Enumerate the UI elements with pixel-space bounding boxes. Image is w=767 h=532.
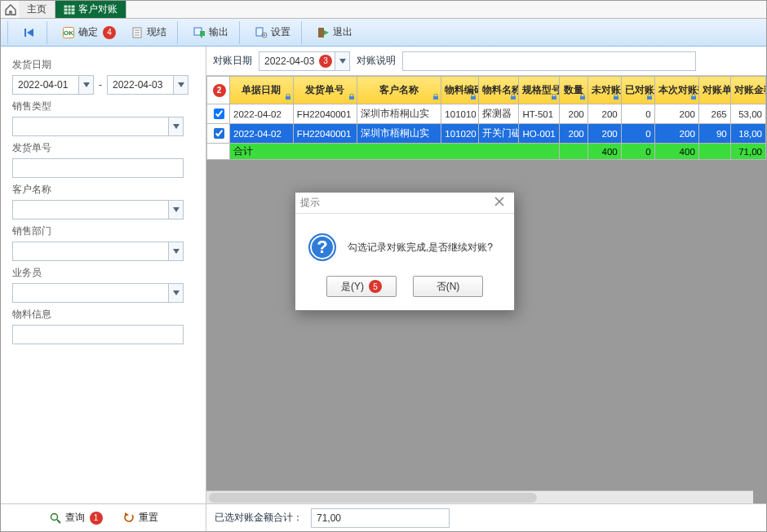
dept-select[interactable]	[12, 242, 184, 261]
col-unrec[interactable]: 未对账数	[587, 77, 621, 104]
table-row[interactable]: 2022-04-02 FH22040001 深圳市梧桐山实 101010 探测器…	[207, 104, 766, 124]
chevron-down-icon	[168, 284, 183, 302]
material-input[interactable]	[12, 325, 184, 344]
svg-text:OK: OK	[64, 29, 73, 37]
svg-rect-0	[64, 5, 75, 15]
tab-active-label: 客户对账	[78, 2, 117, 16]
total-value-field[interactable]: 71,00	[311, 508, 450, 528]
query-label: 查询	[65, 511, 85, 525]
ship-date-label: 发货日期	[12, 58, 194, 72]
col-rec[interactable]: 已对账数	[621, 77, 654, 104]
sale-type-select[interactable]	[12, 117, 184, 136]
lock-icon	[432, 92, 439, 102]
svg-rect-33	[471, 96, 476, 100]
col-amount[interactable]: 对账金额	[730, 77, 765, 104]
table-row[interactable]: 2022-04-02 FH22040001 深圳市梧桐山实 101020 开关门…	[207, 124, 766, 144]
svg-marker-21	[178, 82, 184, 87]
row-checkbox[interactable]	[214, 128, 224, 139]
tab-bar: 主页 客户对账	[1, 1, 766, 19]
col-customer[interactable]: 客户名称	[357, 77, 441, 104]
customer-select[interactable]	[12, 200, 184, 219]
cell-spec: HO-001	[519, 124, 560, 144]
sale-type-label: 销售类型	[12, 100, 194, 113]
svg-marker-25	[173, 290, 180, 295]
cell-rec: 0	[621, 124, 654, 144]
cell-price: 90	[698, 124, 730, 144]
filter-actions: 查询 1 重置	[1, 503, 206, 531]
confirm-button[interactable]: OK 确定 4	[56, 23, 122, 42]
dialog-message: 勾选记录对账完成,是否继续对账?	[348, 241, 493, 255]
cell-matc: 101020	[441, 124, 478, 144]
dialog-no-label: 否(N)	[437, 280, 460, 294]
settle-button[interactable]: 现结	[125, 23, 172, 42]
settle-label: 现结	[147, 25, 166, 39]
horizontal-scrollbar[interactable]	[206, 490, 753, 503]
query-button[interactable]: 查询 1	[49, 511, 103, 525]
dialog-no-button[interactable]: 否(N)	[413, 276, 483, 297]
cell-thisrec: 200	[654, 124, 698, 144]
recon-date-field[interactable]: 2022-04-03 3	[259, 51, 350, 71]
svg-rect-5	[24, 29, 26, 37]
tab-home[interactable]: 主页	[19, 1, 55, 18]
home-icon	[4, 1, 17, 18]
question-icon: ?	[308, 233, 336, 261]
recon-desc-input[interactable]	[402, 51, 696, 71]
cell-ship-no: FH22040001	[293, 124, 357, 144]
row-checkbox[interactable]	[214, 109, 224, 119]
cell-price: 265	[698, 104, 730, 124]
dialog-yes-label: 是(Y)	[341, 280, 364, 294]
close-icon[interactable]	[490, 195, 509, 211]
cell-ship-no: FH22040001	[293, 104, 357, 124]
svg-rect-39	[691, 96, 696, 100]
ship-no-input[interactable]	[12, 158, 184, 178]
cell-rec: 0	[621, 104, 654, 124]
cell-unrec: 200	[587, 104, 621, 124]
salesman-select[interactable]	[12, 283, 184, 303]
lock-icon	[470, 92, 477, 102]
col-matname[interactable]: 物料名称	[478, 77, 519, 104]
col-thisrec[interactable]: 本次对账数量	[654, 77, 698, 104]
svg-rect-37	[614, 96, 618, 100]
col-ship-no[interactable]: 发货单号	[293, 77, 357, 104]
ship-date-from[interactable]: 2022-04-01	[12, 75, 94, 95]
confirm-dialog: 提示 ? 勾选记录对账完成,是否继续对账? 是(Y) 5 否(N)	[295, 192, 515, 311]
svg-point-26	[51, 513, 57, 520]
svg-rect-32	[433, 96, 438, 100]
col-matcode[interactable]: 物料编码	[441, 77, 478, 104]
col-date[interactable]: 单据日期	[230, 77, 294, 104]
cell-cust: 深圳市梧桐山实	[357, 104, 441, 124]
dialog-yes-button[interactable]: 是(Y) 5	[326, 276, 397, 297]
reset-button[interactable]: 重置	[122, 511, 158, 525]
ship-date-to-value: 2022-04-03	[113, 79, 162, 91]
dialog-title: 提示	[300, 196, 320, 210]
svg-marker-29	[339, 59, 346, 64]
col-price[interactable]: 对账单价	[698, 77, 730, 104]
col-spec[interactable]: 规格型号	[519, 77, 560, 104]
cell-unrec: 200	[587, 124, 621, 144]
total-label: 已选对账金额合计：	[215, 511, 303, 525]
cell-qty: 200	[560, 124, 588, 144]
svg-marker-20	[83, 82, 90, 87]
svg-marker-14	[200, 31, 205, 38]
svg-point-17	[264, 34, 265, 36]
chevron-down-icon[interactable]	[335, 51, 350, 71]
settings-button[interactable]: 设置	[249, 23, 296, 42]
export-button[interactable]: 输出	[187, 23, 234, 42]
col-qty[interactable]: 数量	[560, 77, 588, 104]
ok-icon: OK	[62, 26, 75, 39]
first-record-button[interactable]	[17, 24, 42, 42]
export-icon	[193, 26, 206, 39]
lock-icon	[348, 92, 355, 102]
ship-date-to[interactable]: 2022-04-03	[107, 75, 188, 95]
settings-icon	[255, 26, 268, 39]
first-icon	[23, 26, 36, 39]
svg-rect-38	[647, 96, 652, 100]
tab-home-label: 主页	[27, 2, 47, 16]
cell-qty: 200	[560, 104, 588, 124]
ship-no-label: 发货单号	[12, 141, 194, 155]
doc-icon	[131, 26, 144, 39]
tab-customer-recon[interactable]: 客户对账	[55, 1, 126, 18]
recon-desc-label: 对账说明	[357, 54, 396, 68]
lock-icon	[646, 92, 653, 102]
exit-button[interactable]: 退出	[311, 23, 358, 42]
